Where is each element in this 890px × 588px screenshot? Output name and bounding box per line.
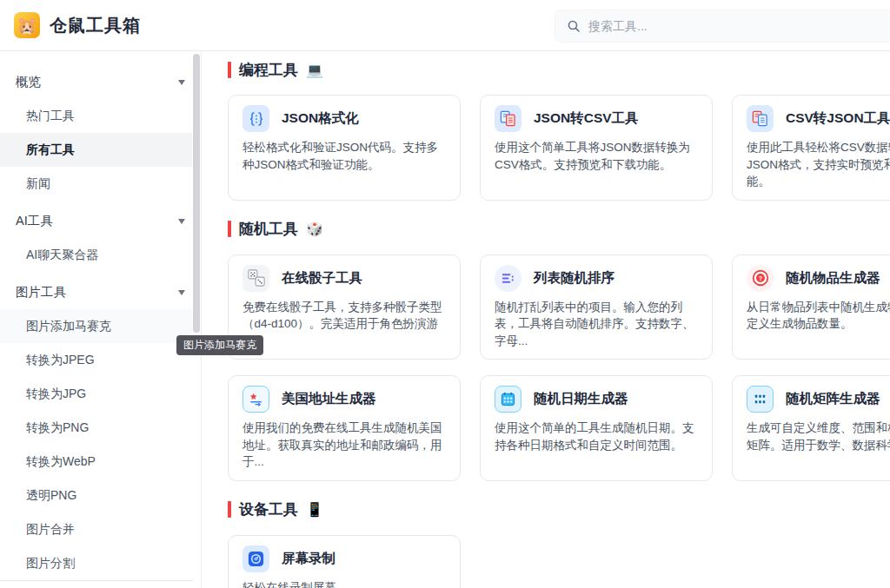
search-icon [567, 19, 581, 33]
section-accent-bar [228, 501, 231, 518]
section-header-device-tools: 设备工具 📱 [228, 499, 890, 521]
sidebar-item-label: 转换为JPG [26, 386, 86, 402]
card-grid: 在线骰子工具 免费在线骰子工具，支持多种骰子类型（d4-d100）。完美适用于角… [228, 254, 890, 481]
tool-card-title: 随机矩阵生成器 [786, 390, 880, 408]
sidebar-group-label: 图片工具 [16, 284, 66, 301]
tool-card-description: 随机打乱列表中的项目。输入您的列表，工具将自动随机排序。支持数字、字母... [495, 299, 698, 350]
tool-card-title: 随机日期生成器 [534, 390, 628, 408]
tool-card-title: JSON转CSV工具 [534, 109, 639, 128]
dice-icon [242, 265, 269, 292]
chevron-down-icon [178, 290, 185, 295]
tool-card-description: 免费在线骰子工具，支持多种骰子类型（d4-d100）。完美适用于角色扮演游戏..… [242, 299, 446, 350]
tool-card-us-address[interactable]: 美国地址生成器 使用我们的免费在线工具生成随机美国地址。获取真实的地址和邮政编码… [228, 375, 461, 481]
tool-card-title: 美国地址生成器 [282, 390, 376, 408]
sidebar-divider [0, 580, 193, 581]
calendar-icon [495, 386, 521, 413]
tool-card-random-item[interactable]: ? 随机物品生成器 从日常物品列表中随机生成物品，可自定义生成物品数量。 [732, 254, 890, 360]
card-grid: JSON格式化 轻松格式化和验证JSON代码。支持多种JSON格式和验证功能。 … [228, 95, 890, 201]
tool-card-json-to-csv[interactable]: JSON转CSV工具 使用这个简单工具将JSON数据转换为CSV格式。支持预览和… [480, 95, 713, 201]
sidebar-item-label: 热门工具 [26, 109, 75, 124]
sidebar: 概览 热门工具 所有工具 新闻 AI工具 AI聊天聚合器 图片工具 图片添加马赛… [0, 51, 202, 588]
sidebar-scrollbar[interactable] [193, 54, 200, 333]
tool-card-csv-to-json[interactable]: CSV转JSON工具 使用此工具轻松将CSV数据转换为JSON格式，支持实时预览… [732, 95, 890, 201]
tool-card-random-matrix[interactable]: 随机矩阵生成器 生成可自定义维度、范围和格式的随机矩阵。适用于数学、数据科学和教… [732, 375, 890, 481]
app-logo[interactable]: 🐹 [14, 12, 40, 38]
tool-card-title: 在线骰子工具 [282, 269, 362, 287]
section-accent-bar [228, 221, 231, 237]
sidebar-item-convert-to-jpeg[interactable]: 转换为JPEG [0, 343, 192, 377]
sidebar-item-label: AI聊天聚合器 [26, 248, 98, 263]
matrix-icon [747, 386, 774, 413]
app-header: 🐹 仓鼠工具箱 [0, 0, 890, 51]
card-grid: 屏幕录制 轻松在线录制屏幕 [228, 535, 890, 588]
sidebar-item-news[interactable]: 新闻 [0, 167, 192, 201]
tool-card-description: 使用我们的免费在线工具生成随机美国地址。获取真实的地址和邮政编码，用于... [242, 420, 446, 471]
sidebar-item-transparent-png[interactable]: 透明PNG [0, 479, 192, 512]
sidebar-item-label: 新闻 [26, 176, 50, 192]
sidebar-item-label: 所有工具 [26, 142, 75, 158]
tool-card-random-date[interactable]: 随机日期生成器 使用这个简单的工具生成随机日期。支持各种日期格式和自定义时间范围… [480, 375, 713, 481]
sidebar-item-label: 转换为PNG [26, 420, 89, 436]
csv-to-json-icon [747, 105, 774, 132]
svg-text:?: ? [758, 274, 762, 282]
tool-card-description: 使用这个简单的工具生成随机日期。支持各种日期格式和自定义时间范围。 [495, 420, 698, 453]
chevron-down-icon [178, 80, 185, 85]
laptop-emoji-icon: 💻 [306, 62, 323, 78]
screen-record-icon [242, 545, 269, 572]
tool-card-title: JSON格式化 [282, 109, 359, 128]
tool-card-title: 随机物品生成器 [786, 269, 880, 287]
sidebar-item-label: 图片分割 [26, 556, 75, 571]
tool-card-description: 使用此工具轻松将CSV数据转换为JSON格式，支持实时预览和下载功能。 [747, 139, 890, 190]
sidebar-item-convert-to-png[interactable]: 转换为PNG [0, 411, 192, 445]
section-header-random-tools: 随机工具 🎲 [228, 218, 890, 241]
sidebar-group-label: AI工具 [16, 213, 53, 229]
sidebar-group-label: 概览 [16, 74, 41, 90]
search-box[interactable] [555, 10, 890, 43]
question-circle-icon: ? [747, 265, 774, 292]
tool-card-description: 从日常物品列表中随机生成物品，可自定义生成物品数量。 [747, 299, 890, 333]
sidebar-item-all-tools[interactable]: 所有工具 [0, 133, 192, 167]
tool-card-description: 轻松格式化和验证JSON代码。支持多种JSON格式和验证功能。 [242, 139, 446, 173]
sidebar-item-label: 图片添加马赛克 [26, 319, 111, 334]
tool-card-screen-record[interactable]: 屏幕录制 轻松在线录制屏幕 [228, 535, 461, 588]
tool-card-title: 屏幕录制 [282, 550, 335, 568]
sidebar-item-ai-chat-aggregator[interactable]: AI聊天聚合器 [0, 238, 192, 272]
image-mosaic-tooltip: 图片添加马赛克 [176, 335, 263, 355]
search-input[interactable] [588, 19, 867, 33]
section-accent-bar [228, 62, 231, 78]
section-title: 设备工具 [239, 499, 298, 519]
address-icon [242, 386, 269, 413]
sidebar-item-convert-to-jpg[interactable]: 转换为JPG [0, 377, 192, 411]
section-title: 随机工具 [239, 219, 298, 239]
sidebar-item-image-split[interactable]: 图片分割 [0, 546, 192, 580]
sidebar-item-label: 透明PNG [26, 488, 76, 504]
sidebar-group-overview[interactable]: 概览 [0, 65, 201, 99]
tool-card-description: 轻松在线录制屏幕 [242, 579, 446, 588]
mobile-phone-emoji-icon: 📱 [306, 501, 323, 518]
sidebar-item-label: 转换为JPEG [26, 353, 95, 368]
json-braces-icon [242, 105, 269, 132]
app-title: 仓鼠工具箱 [50, 14, 141, 37]
sidebar-item-image-merge[interactable]: 图片合并 [0, 512, 192, 546]
dice-emoji-icon: 🎲 [306, 221, 323, 237]
tool-card-title: CSV转JSON工具 [786, 109, 890, 128]
chevron-down-icon [178, 219, 185, 224]
hamster-logo-icon: 🐹 [17, 17, 37, 34]
main-content: 编程工具 💻 JSON格式化 轻松 [202, 51, 890, 588]
sidebar-item-hot-tools[interactable]: 热门工具 [0, 99, 192, 133]
tool-card-description: 使用这个简单工具将JSON数据转换为CSV格式。支持预览和下载功能。 [495, 139, 698, 173]
tool-card-description: 生成可自定义维度、范围和格式的随机矩阵。适用于数学、数据科学和教育。 [747, 420, 890, 453]
sidebar-item-convert-to-webp[interactable]: 转换为WebP [0, 445, 192, 479]
section-title: 编程工具 [239, 60, 298, 80]
json-to-csv-icon [495, 105, 521, 132]
sidebar-group-ai-tools[interactable]: AI工具 [0, 204, 201, 238]
list-shuffle-icon [495, 265, 521, 292]
sidebar-item-label: 图片合并 [26, 522, 75, 538]
sidebar-item-image-mosaic[interactable]: 图片添加马赛克 [0, 309, 192, 343]
tool-card-json-format[interactable]: JSON格式化 轻松格式化和验证JSON代码。支持多种JSON格式和验证功能。 [228, 95, 461, 201]
sidebar-group-image-tools[interactable]: 图片工具 [0, 275, 201, 309]
section-header-programming-tools: 编程工具 💻 [228, 58, 890, 81]
sidebar-item-label: 转换为WebP [26, 454, 96, 470]
tool-card-list-shuffle[interactable]: 列表随机排序 随机打乱列表中的项目。输入您的列表，工具将自动随机排序。支持数字、… [480, 254, 713, 360]
tool-card-title: 列表随机排序 [534, 269, 614, 287]
